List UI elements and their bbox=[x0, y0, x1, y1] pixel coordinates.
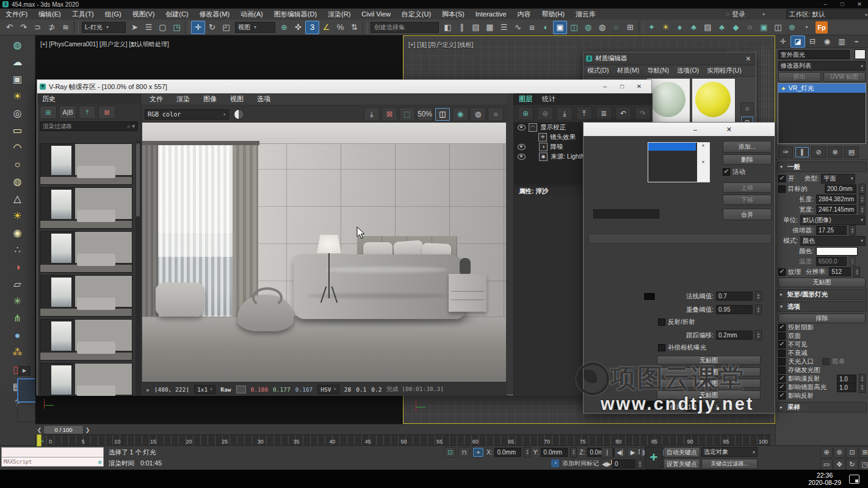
frame-back-button[interactable]: ❮ bbox=[35, 427, 43, 433]
pan-icon[interactable]: ✥ bbox=[833, 459, 845, 470]
add-layer-icon[interactable]: ⊕ bbox=[518, 107, 533, 120]
menu-item[interactable]: 溜云库 bbox=[570, 9, 601, 20]
login-button[interactable]: ◌ 登录▾ bbox=[723, 9, 765, 20]
multiplier-field[interactable]: 17.25 bbox=[816, 226, 847, 235]
visibility-eye-icon[interactable] bbox=[518, 124, 526, 131]
workspace-selector[interactable]: 工作区: 默认 ▾ bbox=[786, 9, 868, 20]
affect-specular-field[interactable]: 1.0 bbox=[837, 383, 856, 392]
effects-moveup-button[interactable]: 上移 bbox=[723, 182, 772, 193]
material-slot-green[interactable] bbox=[646, 78, 690, 123]
vray-sky-icon[interactable]: ☁ bbox=[7, 54, 29, 71]
nomap-button-4[interactable]: 无贴图 bbox=[657, 390, 761, 400]
effects-list-scrollbar[interactable]: ▲▼ bbox=[697, 143, 709, 182]
modifier-list-dropdown[interactable]: 修改器列表 bbox=[778, 61, 866, 71]
menu-item[interactable]: 动画(A) bbox=[235, 9, 269, 20]
vray-disc-light-icon[interactable]: ◉ bbox=[7, 224, 29, 242]
load-preset-icon[interactable]: ⤒ bbox=[576, 107, 592, 120]
rollout-options[interactable]: 选项 bbox=[777, 301, 867, 312]
menu-item[interactable]: 脚本(S) bbox=[436, 9, 470, 20]
vfb-minimize[interactable]: – bbox=[596, 80, 613, 93]
menu-item[interactable]: 组(G) bbox=[99, 9, 127, 20]
spinner[interactable] bbox=[755, 304, 762, 315]
tick-label[interactable]: 5 bbox=[82, 439, 85, 445]
vfb-maximize[interactable]: □ bbox=[613, 80, 631, 93]
menu-item[interactable]: 文件(F) bbox=[0, 9, 33, 20]
square-icon[interactable]: ▣ bbox=[757, 21, 771, 34]
normal-threshold-field[interactable]: 0.7 bbox=[716, 292, 753, 301]
stack-item-vraylight[interactable]: ✦ VR_灯光 bbox=[778, 84, 866, 93]
light-lister-icon[interactable]: ✦ bbox=[645, 21, 659, 34]
history-thumbnail[interactable] bbox=[40, 363, 132, 396]
window-crossing-icon[interactable]: ◳ bbox=[170, 21, 184, 34]
material-editor-close[interactable]: ✕ bbox=[745, 55, 751, 62]
viewport-layout-tab-1[interactable] bbox=[17, 378, 37, 403]
auto-key-button[interactable]: 自动关键点 bbox=[664, 447, 700, 458]
mirror-icon[interactable]: ◧ bbox=[441, 21, 455, 34]
store-irradiance-checkbox[interactable] bbox=[778, 367, 786, 374]
configure-modifier-icon[interactable]: ▤ bbox=[844, 146, 859, 158]
effects-list-selected-row[interactable] bbox=[648, 143, 696, 151]
tab-motion-icon[interactable]: ◉ bbox=[820, 35, 834, 48]
history-thumbnail[interactable] bbox=[40, 231, 132, 273]
vray-plane-icon[interactable]: ▱ bbox=[7, 276, 29, 293]
menu-item[interactable]: 图形编辑器(D) bbox=[269, 9, 322, 20]
snaps-toggle-icon[interactable]: ⌖ bbox=[472, 447, 484, 458]
render-production-icon[interactable]: ◍ bbox=[581, 21, 595, 34]
nomap-button-3[interactable]: 无贴图 bbox=[657, 379, 761, 388]
render-iterative-icon[interactable]: ◍ bbox=[595, 21, 609, 34]
channel-dropdown[interactable]: RGB color bbox=[145, 109, 229, 120]
vfb-close[interactable]: ✕ bbox=[631, 80, 648, 93]
isolate-selection-icon[interactable]: ⊡ bbox=[444, 447, 456, 458]
simple-checkbox[interactable] bbox=[822, 358, 830, 365]
menu-item[interactable]: 视图 bbox=[230, 95, 244, 104]
viewport-layout-tab-2[interactable] bbox=[17, 404, 35, 422]
plus-icon[interactable]: ⊕ bbox=[785, 21, 799, 34]
tick-label[interactable]: 25 bbox=[222, 439, 228, 445]
invisible-checkbox[interactable] bbox=[778, 341, 786, 348]
angle-snap-icon[interactable]: ∠ bbox=[319, 21, 333, 34]
reference-coordinate-dropdown[interactable]: 视图 bbox=[235, 22, 275, 33]
tick-label[interactable]: 40 bbox=[329, 439, 335, 445]
maximize-viewport-icon[interactable]: ◳ bbox=[859, 459, 868, 470]
resolution-field[interactable]: 512 bbox=[829, 267, 851, 276]
effects-add-button[interactable]: 添加... bbox=[723, 141, 772, 152]
tick-label[interactable]: 75 bbox=[580, 439, 586, 445]
trace-bias-field[interactable]: 0.2mm bbox=[716, 331, 753, 340]
render-last-icon[interactable]: ○ bbox=[609, 21, 623, 34]
vray-framebuffer-icon[interactable]: ▣ bbox=[7, 71, 29, 88]
menu-item[interactable]: 图像 bbox=[203, 95, 217, 104]
object-color-swatch[interactable] bbox=[855, 49, 866, 59]
remove-modifier-icon[interactable]: ⊗ bbox=[828, 146, 842, 158]
vray-camera-icon[interactable]: ◎ bbox=[7, 105, 29, 122]
menu-item[interactable]: 模式(D) bbox=[587, 66, 609, 75]
effects-minimize[interactable]: – bbox=[693, 126, 697, 133]
use-center-icon[interactable]: ⊕ bbox=[277, 21, 291, 34]
zoom-50-icon[interactable]: 50% bbox=[417, 107, 433, 121]
tick-label[interactable]: 65 bbox=[508, 439, 514, 445]
key-filters-button[interactable]: 关键点过滤器... bbox=[701, 459, 758, 469]
compensate-exposure-checkbox[interactable]: 补偿相机曝光 bbox=[658, 343, 706, 352]
set-keys-button[interactable]: + bbox=[645, 447, 663, 470]
follow-mouse-render-icon[interactable]: ◉ bbox=[452, 107, 468, 121]
percent-snap-icon[interactable]: % bbox=[333, 21, 347, 34]
top-viewport-label[interactable]: [+] [顶] [用户定义] [线框] bbox=[408, 41, 473, 49]
vray-grass-icon[interactable]: ⋔ bbox=[7, 310, 29, 327]
rendered-image[interactable] bbox=[142, 123, 506, 382]
close-button[interactable]: ✕ bbox=[851, 0, 868, 9]
align-icon[interactable]: ∥ bbox=[455, 21, 469, 34]
schematic-view-icon[interactable]: ⧈ bbox=[525, 21, 539, 34]
menu-item[interactable]: 文件 bbox=[150, 95, 163, 104]
curve-editor-icon[interactable]: ∿ bbox=[511, 21, 525, 34]
vray-sphere-light-icon[interactable]: ○ bbox=[7, 156, 29, 173]
prev-frame-icon[interactable]: ◀| bbox=[614, 447, 626, 458]
material-editor-icon[interactable]: ◐ bbox=[539, 21, 553, 34]
save-image-icon[interactable]: ⤓ bbox=[364, 107, 380, 121]
effects-name-field[interactable] bbox=[593, 209, 659, 218]
skylight-portal-checkbox[interactable] bbox=[778, 358, 786, 365]
effects-close[interactable]: ✕ bbox=[726, 126, 732, 134]
spinner-snap-icon[interactable]: ⇅ bbox=[347, 21, 361, 34]
texture-checkbox[interactable] bbox=[778, 268, 786, 276]
manipulate-icon[interactable]: ✜ bbox=[291, 21, 305, 34]
x-coordinate-field[interactable]: 0.0mm bbox=[494, 448, 521, 457]
menu-item[interactable]: Interactive bbox=[470, 9, 512, 20]
